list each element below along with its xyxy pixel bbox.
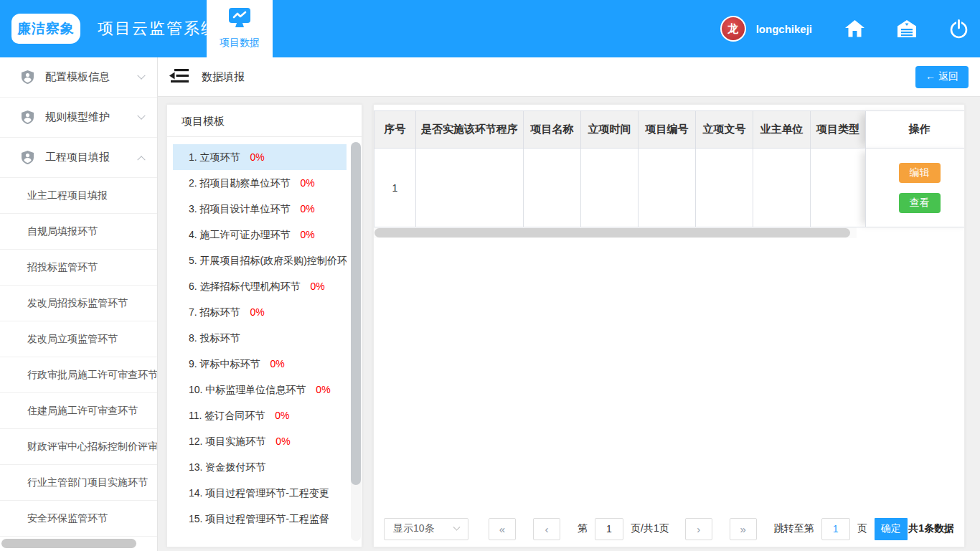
chevron-down-icon <box>453 523 461 530</box>
template-list-item[interactable]: 5. 开展项目招标(政府采购)控制价环节 <box>173 248 347 273</box>
template-list-item[interactable]: 9. 评标中标环节0% <box>173 351 347 377</box>
project-template-panel: 项目模板 1. 立项环节0%2. 招项目勘察单位环节0%3. 招项目设计单位环节… <box>166 104 362 547</box>
sidebar-item-label: 住建局施工许可审查环节 <box>27 405 138 418</box>
sidebar-item-link[interactable]: 自规局填报环节 <box>0 214 157 250</box>
table-column-header: 业主单位 <box>753 111 811 149</box>
brand-logo: 廉洁察象 <box>11 14 80 44</box>
template-scrollbar-thumb[interactable] <box>351 142 361 485</box>
table-cell <box>696 149 753 227</box>
view-button[interactable]: 查看 <box>899 193 941 213</box>
template-list-item[interactable]: 7. 招标环节0% <box>173 299 347 325</box>
template-list-item[interactable]: 12. 项目实施环节0% <box>173 428 347 454</box>
sidebar-item-link[interactable]: 发改局招投标监管环节 <box>0 286 157 321</box>
home-icon[interactable] <box>845 20 864 37</box>
sidebar-item-label: 行业主管部门项目实施环节 <box>27 476 148 489</box>
next-page-button[interactable]: › <box>685 518 712 540</box>
template-list-item[interactable]: 6. 选择招标代理机构环节0% <box>173 273 347 299</box>
sidebar-item-link[interactable]: 行业主管部门项目实施环节 <box>0 465 157 501</box>
first-page-button[interactable]: « <box>489 518 516 540</box>
sidebar-item-link[interactable]: 行政审批局施工许可审查环节 <box>0 357 157 393</box>
app-title: 项目云监管系统 <box>98 18 218 39</box>
table-cell <box>811 149 866 227</box>
page-size-select[interactable]: 显示10条 <box>384 518 468 540</box>
page-prefix-label: 第 <box>578 522 588 535</box>
template-item-label: 7. 招标环节 <box>189 306 240 318</box>
sidebar-item-link[interactable]: 招投标监管环节 <box>0 250 157 286</box>
seal-avatar[interactable]: 龙 <box>720 16 746 42</box>
template-list-item[interactable]: 1. 立项环节0% <box>173 144 347 170</box>
sidebar-item-label: 发改局招投标监管环节 <box>27 297 128 310</box>
table-cell <box>639 149 696 227</box>
table-column-header: 项目名称 <box>524 111 581 149</box>
table-column-header: 项目类型 <box>811 111 866 149</box>
page-number-input[interactable] <box>595 518 623 540</box>
template-list-item[interactable]: 13. 资金拨付环节 <box>173 454 347 480</box>
template-item-label: 10. 中标监理单位信息环节 <box>189 384 306 395</box>
data-table: 序号是否实施该环节程序项目名称立项时间项目编号立项文号业主单位项目类型操作 1编… <box>374 110 965 227</box>
template-scrollbar-track <box>351 142 361 541</box>
template-item-progress: 0% <box>316 384 330 395</box>
sidebar-horizontal-scrollbar[interactable] <box>1 539 136 548</box>
data-table-panel: 序号是否实施该环节程序项目名称立项时间项目编号立项文号业主单位项目类型操作 1编… <box>373 104 965 547</box>
table-horizontal-scrollbar-thumb[interactable] <box>374 228 850 237</box>
table-column-header: 是否实施该环节程序 <box>416 111 524 149</box>
sidebar-item-section[interactable]: 配置模板信息 <box>0 57 157 98</box>
template-item-progress: 0% <box>301 203 315 215</box>
sidebar-item-label: 自规局填报环节 <box>27 225 98 238</box>
sidebar-item-label: 规则模型维护 <box>45 110 110 124</box>
sidebar-item-link[interactable]: 安全环保监管环节 <box>0 501 157 537</box>
sidebar-item-label: 业主工程项目填报 <box>27 189 108 202</box>
template-item-progress: 0% <box>275 435 290 447</box>
chevron-up-icon <box>137 156 145 164</box>
brand-logo-text: 廉洁察象 <box>17 19 75 38</box>
jump-page-input[interactable] <box>821 518 850 540</box>
back-button[interactable]: ← 返回 <box>915 66 969 88</box>
edit-button[interactable]: 编辑 <box>899 163 941 183</box>
template-list-item[interactable]: 15. 项目过程管理环节-工程监督 <box>173 506 347 532</box>
template-item-label: 1. 立项环节 <box>189 151 240 163</box>
template-list-item[interactable]: 2. 招项目勘察单位环节0% <box>173 170 347 196</box>
sidebar-item-section[interactable]: 工程项目填报 <box>0 138 157 178</box>
chevron-down-icon <box>137 71 145 79</box>
template-item-label: 12. 项目实施环节 <box>189 435 265 447</box>
table-cell <box>581 149 639 227</box>
app-header: 廉洁察象 项目云监管系统 项目数据 龙 longchikeji <box>0 0 980 57</box>
template-list-item[interactable]: 3. 招项目设计单位环节0% <box>173 196 347 222</box>
page-size-value: 显示10条 <box>393 522 435 535</box>
row-actions: 编辑查看 <box>866 163 965 213</box>
template-item-progress: 0% <box>301 229 315 240</box>
content-toolbar: 数据填报 ← 返回 <box>158 57 980 97</box>
template-list-item[interactable]: 10. 中标监理单位信息环节0% <box>173 377 347 402</box>
sidebar-item-link[interactable]: 住建局施工许可审查环节 <box>0 393 157 429</box>
power-icon[interactable] <box>949 19 969 39</box>
template-list-item[interactable]: 4. 施工许可证办理环节0% <box>173 222 347 248</box>
table-column-header: 项目编号 <box>639 111 696 149</box>
template-item-label: 13. 资金拨付环节 <box>189 461 265 473</box>
confirm-jump-button[interactable]: 确定 <box>875 518 908 540</box>
template-item-label: 11. 签订合同环节 <box>189 410 265 421</box>
table-column-header: 立项时间 <box>581 111 639 149</box>
last-page-button[interactable]: » <box>730 518 757 540</box>
sidebar-item-link[interactable]: 发改局立项监管环节 <box>0 321 157 357</box>
sidebar-item-label: 安全环保监管环节 <box>27 512 108 525</box>
template-list-item[interactable]: 14. 项目过程管理环节-工程变更 <box>173 480 347 506</box>
template-list-item[interactable]: 8. 投标环节 <box>173 325 347 351</box>
template-item-label: 6. 选择招标代理机构环节 <box>189 281 301 292</box>
sidebar-item-link[interactable]: 业主工程项目填报 <box>0 178 157 214</box>
sidebar-item-label: 招投标监管环节 <box>27 261 98 274</box>
table-cell <box>753 149 811 227</box>
page-title: 数据填报 <box>202 70 245 84</box>
sidebar-item-link[interactable]: 财政评审中心招标控制价评审 <box>0 429 157 465</box>
avatar-glyph: 龙 <box>727 22 738 36</box>
tab-project-data[interactable]: 项目数据 <box>207 0 273 57</box>
sidebar-item-section[interactable]: 规则模型维护 <box>0 98 157 138</box>
template-item-label: 4. 施工许可证办理环节 <box>189 229 291 240</box>
archive-icon[interactable] <box>897 20 916 37</box>
prev-page-button[interactable]: ‹ <box>533 518 560 540</box>
collapse-menu-icon[interactable] <box>169 68 189 86</box>
template-item-progress: 0% <box>270 358 285 369</box>
sidebar-item-label: 发改局立项监管环节 <box>27 333 118 346</box>
user-shield-icon <box>22 110 34 124</box>
header-right: 龙 longchikeji <box>720 16 969 42</box>
template-list-item[interactable]: 11. 签订合同环节0% <box>173 402 347 428</box>
